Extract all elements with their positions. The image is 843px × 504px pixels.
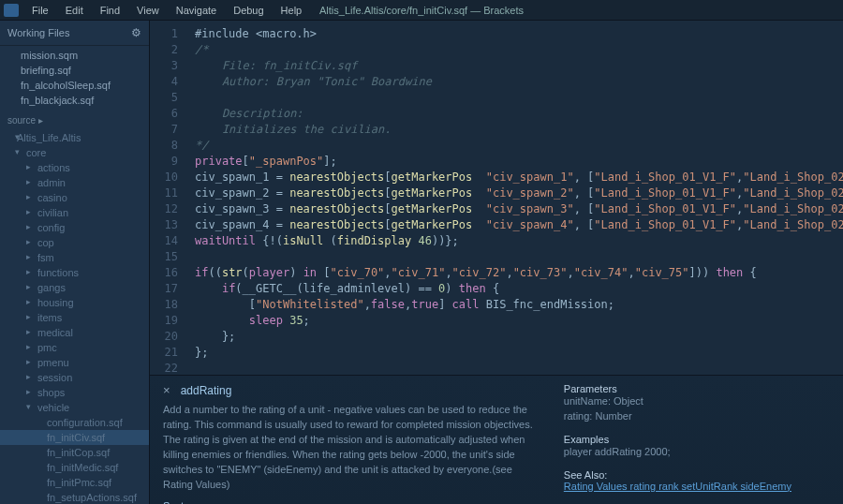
tree-folder[interactable]: session xyxy=(0,370,149,385)
code-area[interactable]: 1234567891011121314151617181920212223242… xyxy=(150,21,843,375)
tree-folder[interactable]: gangs xyxy=(0,280,149,295)
code-content[interactable]: #include <macro.h> /* File: fn_initCiv.s… xyxy=(187,21,843,375)
tree-folder[interactable]: civilian xyxy=(0,205,149,220)
working-files-label: Working Files xyxy=(7,27,69,38)
menu-find[interactable]: Find xyxy=(93,2,127,19)
seealso-link[interactable]: Rating Values rating rank setUnitRank si… xyxy=(564,481,830,492)
tree-file[interactable]: fn_initPmc.sqf xyxy=(0,475,149,490)
tree-folder[interactable]: items xyxy=(0,310,149,325)
tree-folder[interactable]: housing xyxy=(0,295,149,310)
line-gutter: 1234567891011121314151617181920212223242… xyxy=(150,21,187,375)
help-description: Add a number to the rating of a unit - n… xyxy=(163,403,536,493)
tree-file[interactable]: fn_initCop.sqf xyxy=(0,445,149,460)
tree-file[interactable]: fn_initMedic.sqf xyxy=(0,460,149,475)
tree-core[interactable]: core xyxy=(0,145,149,160)
working-file[interactable]: mission.sqm xyxy=(0,48,149,63)
working-file[interactable]: fn_blackjack.sqf xyxy=(0,93,149,108)
menu-view[interactable]: View xyxy=(129,2,167,19)
gear-icon[interactable]: ⚙ xyxy=(131,26,141,39)
menu-debug[interactable]: Debug xyxy=(226,2,271,19)
menu-help[interactable]: Help xyxy=(274,2,310,19)
tree-folder[interactable]: pmenu xyxy=(0,355,149,370)
file-tree: Altis_Life.Altis core actionsadmincasino… xyxy=(0,128,149,504)
tree-folder[interactable]: shops xyxy=(0,385,149,400)
params-label: Parameters xyxy=(564,383,830,394)
tree-folder[interactable]: actions xyxy=(0,160,149,175)
app-logo-icon xyxy=(4,4,19,17)
sidebar: Working Files ⚙ mission.sqm briefing.sqf… xyxy=(0,21,150,504)
tree-folder-vehicle[interactable]: vehicle xyxy=(0,400,149,415)
tree-folder[interactable]: fsm xyxy=(0,250,149,265)
help-left: × addRating Add a number to the rating o… xyxy=(163,383,536,497)
tree-folder[interactable]: config xyxy=(0,220,149,235)
titlebar: File Edit Find View Navigate Debug Help … xyxy=(0,0,843,21)
tree-root[interactable]: Altis_Life.Altis xyxy=(0,130,149,145)
seealso-label: See Also: xyxy=(564,469,830,481)
example-text: player addRating 2000; xyxy=(564,445,830,460)
working-file[interactable]: briefing.sqf xyxy=(0,63,149,78)
param-line: unitName: Object xyxy=(564,394,830,409)
window-title: Altis_Life.Altis/core/fn_initCiv.sqf — B… xyxy=(319,5,524,16)
examples-label: Examples xyxy=(564,434,830,445)
tree-file[interactable]: fn_setupActions.sqf xyxy=(0,490,149,504)
working-files-header: Working Files ⚙ xyxy=(0,21,149,46)
help-title: addRating xyxy=(181,384,232,397)
syntax-label: Syntax: xyxy=(163,500,536,504)
working-files-list: mission.sqm briefing.sqf fn_alcoholSleep… xyxy=(0,46,149,110)
menu-navigate[interactable]: Navigate xyxy=(169,2,224,19)
source-label[interactable]: source ▸ xyxy=(0,110,149,128)
tree-folder[interactable]: admin xyxy=(0,175,149,190)
tree-folder[interactable]: pmc xyxy=(0,340,149,355)
main: Working Files ⚙ mission.sqm briefing.sqf… xyxy=(0,21,843,504)
tree-file[interactable]: fn_initCiv.sqf xyxy=(0,430,149,445)
tree-folder[interactable]: functions xyxy=(0,265,149,280)
param-line: rating: Number xyxy=(564,409,830,424)
help-right: Parameters unitName: Object rating: Numb… xyxy=(564,383,830,497)
menu-edit[interactable]: Edit xyxy=(58,2,91,19)
editor: 1234567891011121314151617181920212223242… xyxy=(150,21,843,504)
tree-file[interactable]: configuration.sqf xyxy=(0,415,149,430)
tree-folder[interactable]: casino xyxy=(0,190,149,205)
working-file[interactable]: fn_alcoholSleep.sqf xyxy=(0,78,149,93)
menubar: File Edit Find View Navigate Debug Help xyxy=(0,2,313,19)
tree-folder[interactable]: medical xyxy=(0,325,149,340)
close-icon[interactable]: × xyxy=(163,383,170,397)
help-panel: × addRating Add a number to the rating o… xyxy=(150,375,843,504)
tree-folder[interactable]: cop xyxy=(0,235,149,250)
menu-file[interactable]: File xyxy=(24,2,56,19)
